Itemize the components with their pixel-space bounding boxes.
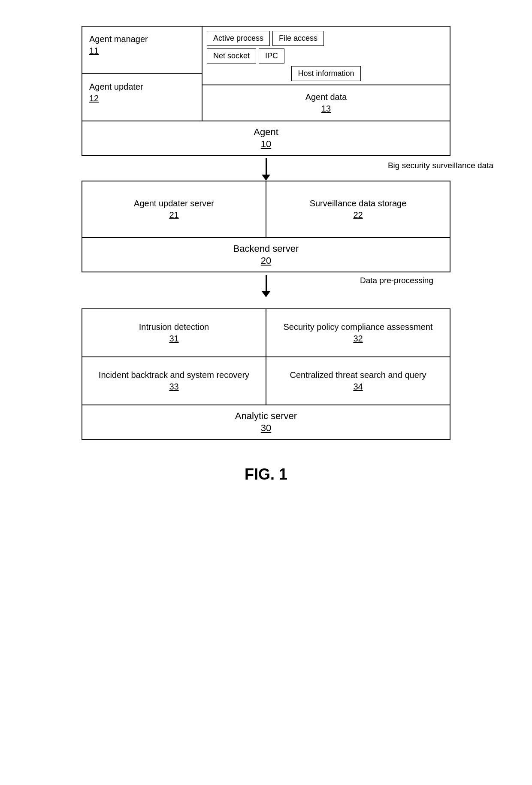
analytic-footer-number: 30 (87, 423, 445, 434)
backend-surveillance-number: 22 (275, 210, 441, 220)
incident-number: 33 (91, 382, 257, 392)
intrusion-label: Intrusion detection (91, 322, 257, 332)
backend-footer: Backend server 20 (82, 237, 450, 272)
backend-surveillance-label: Surveillance data storage (275, 199, 441, 208)
agent-updater-label: Agent updater (89, 82, 195, 92)
analytic-footer-label: Analytic server (87, 411, 445, 422)
backend-inner: Agent updater server 21 Surveillance dat… (82, 181, 450, 237)
threat-search-cell: Centralized threat search and query 34 (266, 357, 450, 405)
intrusion-detection-cell: Intrusion detection 31 (82, 309, 266, 356)
agent-right-column: Active process File access Net socket IP… (203, 27, 450, 121)
diagram: Agent manager 11 Agent updater 12 Active… (82, 26, 450, 483)
arrow2 (262, 275, 270, 297)
arrow2-head (262, 291, 270, 297)
agent-box: Agent manager 11 Agent updater 12 Active… (82, 26, 450, 156)
security-policy-label: Security policy compliance assessment (275, 322, 441, 332)
arrow1-shaft (266, 158, 267, 175)
arrow2-shaft (266, 275, 267, 291)
backend-updater-number: 21 (91, 210, 257, 220)
security-policy-number: 32 (275, 334, 441, 344)
analytic-row1: Intrusion detection 31 Security policy c… (82, 309, 450, 356)
agent-footer: Agent 10 (82, 121, 450, 155)
backend-updater-label: Agent updater server (91, 199, 257, 208)
backend-box: Agent updater server 21 Surveillance dat… (82, 181, 450, 272)
agent-left-column: Agent manager 11 Agent updater 12 (82, 27, 203, 121)
agent-footer-number: 10 (87, 139, 445, 150)
incident-label: Incident backtrack and system recovery (91, 370, 257, 380)
backend-footer-number: 20 (87, 255, 445, 266)
active-process-cell: Active process (207, 31, 270, 46)
agent-footer-label: Agent (87, 127, 445, 138)
agent-manager-label: Agent manager (89, 34, 195, 44)
fig-label: FIG. 1 (245, 465, 287, 483)
ipc-cell: IPC (259, 48, 284, 63)
arrow1-container: Big security surveillance data (82, 156, 450, 172)
threat-search-number: 34 (275, 382, 441, 392)
arrow1-label: Big security surveillance data (388, 161, 502, 170)
analytic-footer: Analytic server 30 (82, 405, 450, 439)
agent-data-label: Agent data (207, 92, 445, 102)
arrow2-label: Data pre-processing (360, 276, 442, 285)
agent-data-label-area: Agent data 13 (203, 85, 450, 121)
agent-data-number: 13 (207, 104, 445, 114)
threat-search-label: Centralized threat search and query (275, 370, 441, 380)
security-policy-cell: Security policy compliance assessment 32 (266, 309, 450, 356)
net-socket-cell: Net socket (207, 48, 256, 63)
analytic-row2: Incident backtrack and system recovery 3… (82, 356, 450, 405)
arrow1-head (262, 175, 270, 181)
arrow2-container: Data pre-processing (82, 272, 450, 300)
backend-footer-label: Backend server (87, 243, 445, 254)
agent-updater-cell: Agent updater 12 (82, 74, 202, 121)
backend-surveillance-cell: Surveillance data storage 22 (266, 181, 450, 237)
incident-cell: Incident backtrack and system recovery 3… (82, 357, 266, 405)
agent-manager-cell: Agent manager 11 (82, 27, 202, 74)
intrusion-number: 31 (91, 334, 257, 344)
arrow1 (262, 158, 270, 181)
info-cells-top-row: Active process File access (203, 27, 450, 46)
host-info-row: Host information (203, 63, 450, 81)
file-access-cell: File access (272, 31, 324, 46)
agent-manager-number: 11 (89, 46, 195, 56)
agent-updater-number: 12 (89, 94, 195, 103)
analytic-box: Intrusion detection 31 Security policy c… (82, 308, 450, 440)
backend-updater-server-cell: Agent updater server 21 (82, 181, 266, 237)
host-information-cell: Host information (291, 66, 360, 81)
info-cells-mid-row: Net socket IPC (203, 46, 450, 63)
